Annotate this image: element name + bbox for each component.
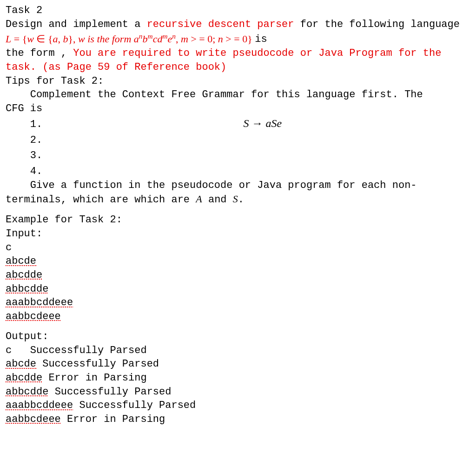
- cfg-rule-body: [55, 132, 470, 147]
- req-a: the form ,: [6, 47, 73, 59]
- cfg-rule-body: [55, 163, 470, 178]
- cfg-rule: 3.: [30, 147, 470, 163]
- input-line: abbcdde: [6, 282, 470, 296]
- formula: L = {w ∈ {a, b}, w is the form anbmcdmen…: [6, 33, 255, 45]
- language-definition: L = {w ∈ {a, b}, w is the form anbmcdmen…: [6, 31, 470, 47]
- tips-cont-b: terminals, which are which are A and S.: [6, 192, 470, 207]
- formula-trail: is: [255, 34, 267, 46]
- cfg-rule-body: [55, 147, 470, 162]
- output-line: c Successfully Parsed: [6, 344, 470, 358]
- cfg-rule-num: 2.: [30, 134, 55, 147]
- example-heading: Example for Task 2:: [6, 213, 470, 227]
- input-list: cabcdeabcddeabbcddeaaabbcddeeeaabbcdeee: [6, 241, 470, 324]
- output-line: aabbcdeee Error in Parsing: [6, 413, 470, 427]
- cfg-rule: 4.: [30, 163, 470, 179]
- input-line: c: [6, 241, 470, 255]
- output-label: Output:: [6, 330, 470, 344]
- output-line: abcde Successfully Parsed: [6, 357, 470, 371]
- output-line: abcdde Error in Parsing: [6, 371, 470, 385]
- output-line: abbcdde Successfully Parsed: [6, 385, 470, 399]
- intro-text-a: Design and implement a: [6, 19, 147, 30]
- requirement-line: the form , You are required to write pse…: [6, 47, 470, 74]
- tips-heading: Tips for Task 2:: [6, 74, 470, 88]
- cfg-rule-num: 4.: [30, 165, 55, 179]
- cfg-rule-num: 1.: [30, 118, 55, 132]
- cfg-rule-body: S → aSe: [55, 116, 470, 131]
- intro-highlight: recursive descent parser: [147, 19, 294, 30]
- input-line: aaabbcddeee: [6, 296, 470, 310]
- nonterminal-S: S: [233, 193, 238, 205]
- task-title: Task 2: [6, 4, 470, 18]
- intro-text-c: for the following language: [294, 19, 460, 30]
- cfg-is: CFG is: [6, 102, 470, 116]
- tips-body: Complement the Context Free Grammar for …: [6, 88, 470, 102]
- cfg-rule: 1.S → aSe: [30, 116, 470, 132]
- cfg-rules: 1.S → aSe2. 3. 4.: [6, 116, 470, 179]
- input-line: aabbcdeee: [6, 310, 470, 324]
- nonterminal-A: A: [196, 193, 202, 205]
- output-line: aaabbcddeee Successfully Parsed: [6, 399, 470, 413]
- task-intro: Design and implement a recursive descent…: [6, 18, 470, 32]
- tips-cont-a: Give a function in the pseudocode or Jav…: [6, 179, 470, 193]
- input-line: abcdde: [6, 268, 470, 282]
- output-list: c Successfully Parsedabcde Successfully …: [6, 344, 470, 427]
- cfg-rule: 2.: [30, 132, 470, 147]
- cfg-rule-num: 3.: [30, 149, 55, 163]
- input-label: Input:: [6, 227, 470, 241]
- input-line: abcde: [6, 254, 470, 268]
